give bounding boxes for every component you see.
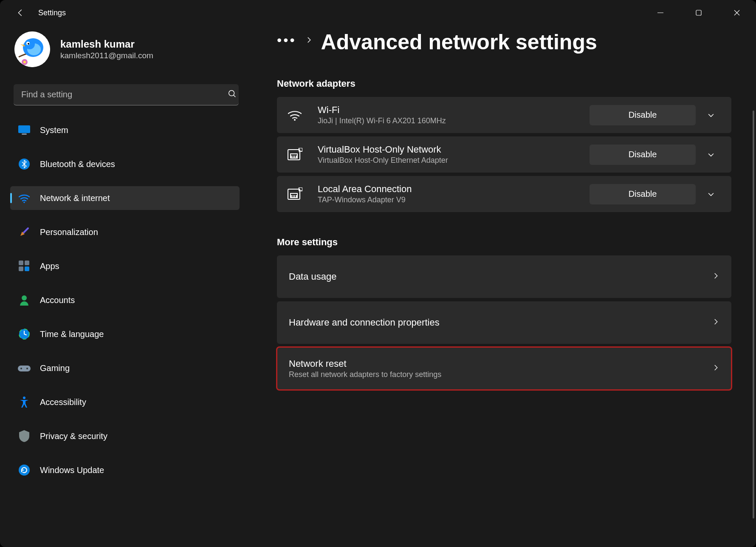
more-item-hardware[interactable]: Hardware and connection properties [277, 301, 731, 344]
disable-button[interactable]: Disable [590, 145, 696, 165]
svg-point-30 [294, 119, 296, 121]
svg-point-11 [23, 61, 26, 63]
svg-rect-18 [19, 261, 23, 265]
chevron-right-icon [712, 272, 719, 281]
svg-point-17 [23, 201, 25, 203]
section-more-title: More settings [277, 237, 756, 248]
shield-icon [18, 430, 31, 442]
ethernet-icon [287, 187, 318, 201]
ethernet-icon [287, 148, 318, 162]
svg-rect-21 [25, 266, 29, 271]
svg-point-29 [19, 465, 30, 476]
search-icon [228, 89, 237, 100]
more-item-data-usage[interactable]: Data usage [277, 255, 731, 298]
disable-button[interactable]: Disable [590, 184, 696, 204]
svg-point-26 [20, 368, 22, 369]
svg-rect-19 [25, 261, 29, 265]
sidebar-item-time[interactable]: Time & language [10, 322, 240, 346]
wifi-icon [287, 109, 318, 121]
paintbrush-icon [18, 226, 31, 238]
sidebar-item-network[interactable]: Network & internet [10, 186, 240, 210]
display-icon [18, 124, 31, 136]
sidebar-item-label: Gaming [40, 363, 70, 373]
adapter-row-virtualbox[interactable]: VirtualBox Host-Only Network VirtualBox … [277, 136, 731, 173]
svg-rect-15 [22, 133, 27, 135]
avatar [14, 31, 50, 67]
minimize-button[interactable] [641, 0, 680, 26]
gamepad-icon [18, 362, 31, 374]
accessibility-icon [18, 396, 31, 408]
expand-button[interactable] [701, 184, 721, 204]
main-content: ••• Advanced network settings Network ad… [256, 26, 756, 547]
sidebar-item-label: Personalization [40, 227, 98, 237]
close-button[interactable] [718, 0, 756, 26]
person-icon [18, 294, 31, 306]
svg-rect-25 [18, 366, 31, 371]
disable-button[interactable]: Disable [590, 105, 696, 125]
adapter-desc: JioJi | Intel(R) Wi-Fi 6 AX201 160MHz [318, 116, 590, 125]
sidebar: kamlesh kumar kamlesh2011@gmail.com Syst… [10, 26, 256, 547]
sidebar-item-label: Network & internet [40, 193, 110, 203]
sidebar-item-label: Apps [40, 261, 59, 271]
adapter-desc: VirtualBox Host-Only Ethernet Adapter [318, 156, 590, 165]
svg-point-28 [23, 397, 25, 399]
more-item-title: Hardware and connection properties [289, 317, 721, 328]
sidebar-item-label: Time & language [40, 329, 104, 339]
chevron-right-icon [712, 318, 719, 327]
sidebar-item-system[interactable]: System [10, 118, 240, 142]
profile[interactable]: kamlesh kumar kamlesh2011@gmail.com [10, 26, 249, 84]
sidebar-item-accounts[interactable]: Accounts [10, 288, 240, 312]
adapter-row-lan[interactable]: Local Area Connection TAP-Windows Adapte… [277, 176, 731, 212]
profile-name: kamlesh kumar [60, 38, 153, 50]
breadcrumb-overflow-button[interactable]: ••• [277, 33, 296, 51]
back-button[interactable] [12, 4, 29, 21]
sidebar-item-personalization[interactable]: Personalization [10, 220, 240, 244]
apps-icon [18, 260, 31, 272]
svg-rect-1 [696, 10, 701, 15]
scrollbar[interactable] [753, 111, 754, 519]
profile-email: kamlesh2011@gmail.com [60, 51, 153, 60]
svg-rect-14 [18, 125, 30, 133]
adapter-name: VirtualBox Host-Only Network [318, 144, 590, 155]
sidebar-item-privacy[interactable]: Privacy & security [10, 424, 240, 448]
sidebar-item-update[interactable]: Windows Update [10, 458, 240, 482]
sidebar-item-label: Accounts [40, 295, 75, 305]
svg-point-27 [26, 368, 28, 369]
more-item-title: Network reset [289, 358, 721, 369]
svg-rect-20 [19, 266, 23, 271]
app-title: Settings [38, 9, 66, 17]
more-item-title: Data usage [289, 271, 721, 282]
sidebar-item-apps[interactable]: Apps [10, 254, 240, 278]
more-item-network-reset[interactable]: Network reset Reset all network adapters… [277, 347, 731, 390]
maximize-button[interactable] [680, 0, 718, 26]
chevron-right-icon [305, 36, 313, 48]
adapter-desc: TAP-Windows Adapter V9 [318, 196, 590, 204]
page-title: Advanced network settings [321, 30, 597, 54]
titlebar: Settings [0, 0, 756, 26]
more-item-desc: Reset all network adapters to factory se… [289, 370, 721, 379]
adapter-name: Wi-Fi [318, 105, 590, 116]
svg-point-22 [22, 295, 27, 300]
search-input[interactable] [14, 84, 239, 105]
sidebar-item-bluetooth[interactable]: Bluetooth & devices [10, 152, 240, 176]
svg-line-13 [234, 95, 236, 97]
expand-button[interactable] [701, 145, 721, 165]
bluetooth-icon [18, 158, 31, 170]
update-icon [18, 464, 31, 476]
sidebar-item-label: Privacy & security [40, 431, 107, 441]
section-adapters-title: Network adapters [277, 78, 756, 89]
adapter-row-wifi[interactable]: Wi-Fi JioJi | Intel(R) Wi-Fi 6 AX201 160… [277, 97, 731, 133]
sidebar-item-label: Bluetooth & devices [40, 159, 115, 169]
sidebar-item-label: System [40, 125, 68, 135]
chevron-right-icon [712, 364, 719, 373]
clock-globe-icon [18, 328, 31, 340]
sidebar-item-label: Accessibility [40, 397, 86, 407]
svg-point-12 [229, 91, 234, 96]
svg-point-7 [25, 39, 35, 49]
sidebar-item-label: Windows Update [40, 465, 104, 475]
sidebar-item-accessibility[interactable]: Accessibility [10, 390, 240, 414]
wifi-icon [18, 192, 31, 204]
svg-point-9 [28, 43, 29, 45]
expand-button[interactable] [701, 105, 721, 125]
sidebar-item-gaming[interactable]: Gaming [10, 356, 240, 380]
